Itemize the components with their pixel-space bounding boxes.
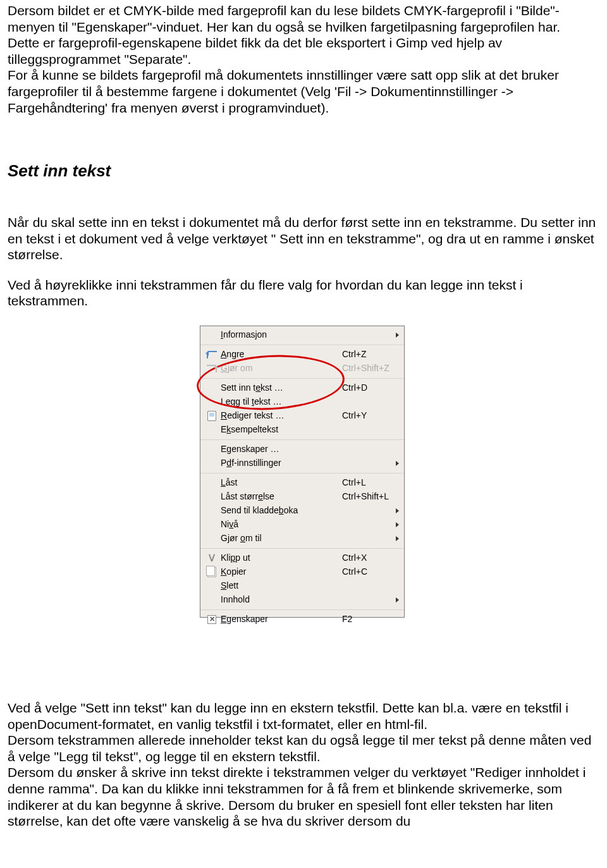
menu-item[interactable]: Slett <box>200 579 404 593</box>
copy-icon-slot <box>205 567 218 577</box>
menu-item[interactable]: Pdf-innstillinger <box>200 456 404 470</box>
icon-slot-empty <box>205 534 218 544</box>
menu-item-shortcut: Ctrl+Shift+Z <box>342 363 399 374</box>
copy-icon <box>207 567 216 577</box>
icon-slot-empty <box>205 478 218 488</box>
paragraph-5: Ved å høyreklikke inni tekstrammen får d… <box>8 277 597 309</box>
menu-item: Gjør omCtrl+Shift+Z <box>200 362 404 376</box>
submenu-arrow-icon <box>396 522 399 527</box>
undo-icon <box>207 351 217 358</box>
icon-slot-empty <box>205 458 218 468</box>
menu-item[interactable]: Eksempeltekst <box>200 423 404 437</box>
icon-slot-empty <box>205 581 218 591</box>
menu-item[interactable]: AngreCtrl+Z <box>200 348 404 362</box>
submenu-arrow-icon <box>396 461 399 466</box>
menu-item-label: Legg til tekst … <box>221 396 342 407</box>
menu-item[interactable]: Låst størrelseCtrl+Shift+L <box>200 490 404 504</box>
doc-icon-slot <box>205 411 218 421</box>
cut-icon-slot <box>205 553 218 563</box>
paragraph-4: Når du skal sette inn en tekst i dokumen… <box>8 214 597 263</box>
menu-item-label: Gjør om <box>221 363 342 374</box>
menu-item-label: Klipp ut <box>221 553 342 563</box>
menu-item-shortcut: Ctrl+D <box>342 382 399 393</box>
menu-item[interactable]: ✕EgenskaperF2 <box>200 613 404 627</box>
menu-item-label: Gjør om til <box>221 533 339 544</box>
menu-separator <box>200 548 404 549</box>
cut-icon <box>207 554 216 563</box>
menu-item[interactable]: Sett inn tekst …Ctrl+D <box>200 381 404 395</box>
heading-sett-inn-tekst: Sett inn tekst <box>8 161 597 181</box>
submenu-arrow-icon <box>396 536 399 541</box>
menu-item-label: Eksempeltekst <box>221 424 342 435</box>
paragraph-1: Dersom bildet er et CMYK-bilde med farge… <box>8 3 597 35</box>
menu-separator <box>200 439 404 440</box>
paragraph-3: For å kunne se bildets fargeprofil må do… <box>8 67 597 116</box>
icon-slot-empty <box>205 397 218 407</box>
menu-item-label: Rediger tekst … <box>221 410 342 421</box>
icon-slot-empty <box>205 520 218 530</box>
menu-item[interactable]: Informasjon <box>200 328 404 342</box>
menu-separator <box>200 609 404 610</box>
menu-item-label: Innhold <box>221 594 339 605</box>
context-menu: InformasjonAngreCtrl+ZGjør omCtrl+Shift+… <box>200 326 405 618</box>
menu-item-shortcut: Ctrl+L <box>342 477 399 488</box>
icon-slot-empty <box>205 330 218 340</box>
doc-icon <box>207 411 216 421</box>
undo-icon-slot <box>205 350 218 360</box>
x-icon-slot: ✕ <box>205 614 218 625</box>
redo-icon-slot <box>205 364 218 374</box>
x-icon: ✕ <box>207 615 216 624</box>
menu-item[interactable]: Gjør om til <box>200 532 404 546</box>
icon-slot-empty <box>205 383 218 393</box>
menu-item-shortcut: Ctrl+Y <box>342 410 399 421</box>
submenu-arrow-icon <box>396 333 399 338</box>
menu-separator <box>200 378 404 379</box>
menu-item-label: Kopier <box>221 566 342 577</box>
icon-slot-empty <box>205 506 218 516</box>
menu-item-shortcut: Ctrl+X <box>342 553 399 563</box>
menu-item-label: Slett <box>221 580 342 591</box>
menu-item[interactable]: Klipp utCtrl+X <box>200 551 404 565</box>
menu-item-label: Egenskaper <box>221 614 342 625</box>
menu-item-label: Låst <box>221 477 342 488</box>
menu-item-label: Angre <box>221 349 342 360</box>
icon-slot-empty <box>205 492 218 502</box>
menu-item[interactable]: Send til kladdeboka <box>200 504 404 518</box>
menu-item[interactable]: KopierCtrl+C <box>200 565 404 579</box>
menu-item[interactable]: Nivå <box>200 518 404 532</box>
menu-item-label: Send til kladdeboka <box>221 505 339 516</box>
paragraph-6a: Ved å velge "Sett inn tekst" kan du legg… <box>8 700 597 732</box>
submenu-arrow-icon <box>396 508 399 513</box>
menu-item-label: Egenskaper … <box>221 444 342 455</box>
menu-item-label: Pdf-innstillinger <box>221 458 339 468</box>
menu-item[interactable]: Innhold <box>200 593 404 607</box>
paragraph-2: Dette er fargeprofil-egenskapene bildet … <box>8 35 597 67</box>
menu-item[interactable]: Legg til tekst … <box>200 395 404 409</box>
icon-slot-empty <box>205 595 218 605</box>
paragraph-6b: Dersom tekstrammen allerede inneholder t… <box>8 732 597 764</box>
redo-icon <box>207 365 217 372</box>
menu-item-label: Informasjon <box>221 329 339 340</box>
menu-item-label: Sett inn tekst … <box>221 382 342 393</box>
icon-slot-empty <box>205 444 218 455</box>
menu-item-shortcut: Ctrl+Shift+L <box>342 491 399 502</box>
menu-item[interactable]: Rediger tekst …Ctrl+Y <box>200 409 404 423</box>
menu-item[interactable]: LåstCtrl+L <box>200 476 404 490</box>
paragraph-6c: Dersom du ønsker å skrive inn tekst dire… <box>8 764 597 829</box>
menu-item-label: Nivå <box>221 519 339 530</box>
menu-item-label: Låst størrelse <box>221 491 342 502</box>
menu-separator <box>200 345 404 345</box>
menu-item-shortcut: F2 <box>342 614 399 625</box>
menu-item[interactable]: Egenskaper … <box>200 443 404 456</box>
menu-item-shortcut: Ctrl+C <box>342 566 399 577</box>
menu-item-shortcut: Ctrl+Z <box>342 349 399 360</box>
menu-separator <box>200 473 404 474</box>
icon-slot-empty <box>205 425 218 435</box>
submenu-arrow-icon <box>396 597 399 602</box>
